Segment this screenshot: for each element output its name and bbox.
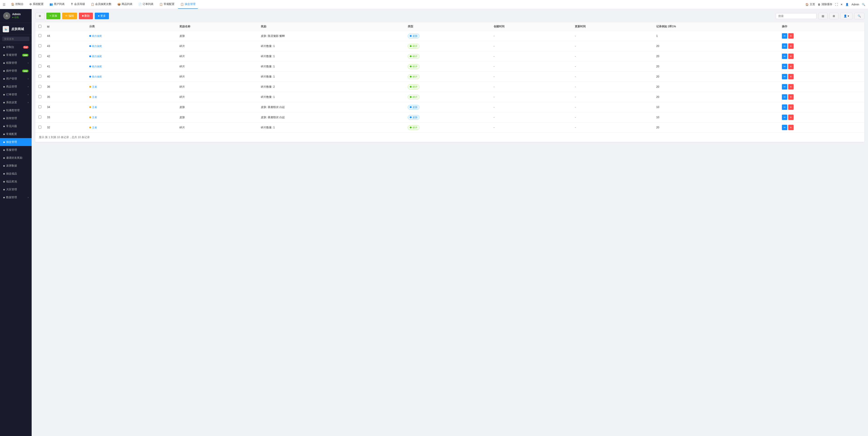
clear-cache-link[interactable]: 🗑 清除缓存 <box>818 2 832 6</box>
edit-row-button[interactable]: ✏ <box>782 125 787 130</box>
sidebar-item-system[interactable]: ■ 系统设置 › <box>0 98 32 106</box>
category-tag[interactable]: 助力抽奖 <box>89 75 102 79</box>
nav-item-member-lottery[interactable]: 📋 会员抽奖次数 <box>89 0 114 9</box>
category-tag[interactable]: 王者 <box>89 126 97 129</box>
edit-row-button[interactable]: ✏ <box>782 33 787 39</box>
sidebar-item-dashboard[interactable]: ■ 控制台 hot <box>0 43 32 51</box>
edit-row-button[interactable]: ✏ <box>782 43 787 49</box>
hot-badge: hot <box>23 46 29 49</box>
user-menu-button[interactable]: 👤 ▾ <box>840 13 852 19</box>
row-checkbox-7[interactable] <box>38 105 41 108</box>
sidebar-item-region[interactable]: ■ 大区管理 <box>0 186 32 193</box>
sidebar-item-region-label: 大区管理 <box>6 188 17 191</box>
category-tag[interactable]: 助力抽奖 <box>89 44 102 48</box>
nav-item-dashboard[interactable]: 🏠 控制台 <box>9 0 26 9</box>
menu-toggle-icon[interactable]: ☰ <box>3 3 6 6</box>
delete-row-button[interactable]: ✕ <box>788 54 794 59</box>
delete-row-button[interactable]: ✕ <box>788 33 794 39</box>
edit-row-button[interactable]: ✏ <box>782 115 787 120</box>
delete-row-button[interactable]: ✕ <box>788 115 794 120</box>
edit-row-button[interactable]: ✏ <box>782 54 787 59</box>
row-record: 1 <box>653 31 779 41</box>
data-table: Id 分类 奖励名称 奖励 类型 创建时间 更新时间 记录例如 1即1% 操作 <box>35 22 864 133</box>
delete-row-button[interactable]: ✕ <box>788 64 794 69</box>
nav-item-goods-list[interactable]: 📦 商品列表 <box>115 0 135 9</box>
nav-item-user-list-label: 用户列表 <box>54 2 65 6</box>
table-row: 44 助力抽奖 皮肤 皮肤: 陈灵魅影 貂蝉 皮肤 - - 1 ✏ ✕ <box>35 31 864 41</box>
row-checkbox-cell <box>35 92 44 102</box>
system-icon: ■ <box>3 101 5 104</box>
delete-row-button[interactable]: ✕ <box>788 74 794 79</box>
category-tag[interactable]: 助力抽奖 <box>89 34 102 38</box>
category-tag[interactable]: 助力抽奖 <box>89 65 102 68</box>
row-reward: 碎片数量: 1 <box>258 123 405 133</box>
row-checkbox-4[interactable] <box>38 75 41 78</box>
list-view-button[interactable]: ▤ <box>818 13 828 19</box>
sidebar-item-customer[interactable]: ■ 客服管理 <box>0 146 32 154</box>
category-tag[interactable]: 王者 <box>89 116 97 119</box>
sidebar-item-loot-prize[interactable]: ■ 抽盒福品 <box>0 170 32 178</box>
add-button[interactable]: + 添加 <box>46 13 60 19</box>
row-checkbox-9[interactable] <box>38 126 41 129</box>
row-checkbox-3[interactable] <box>38 65 41 68</box>
category-tag[interactable]: 助力抽奖 <box>89 55 102 58</box>
nav-item-user-list[interactable]: 👥 用户列表 <box>47 0 67 9</box>
delete-row-button[interactable]: ✕ <box>788 43 794 49</box>
sidebar-item-order[interactable]: ■ 订单管理 › <box>0 91 32 98</box>
fullscreen-icon[interactable]: ⛶ <box>835 3 838 6</box>
row-checkbox-5[interactable] <box>38 85 41 88</box>
search-icon-top[interactable]: 🔍 <box>862 3 865 6</box>
nav-item-system-config[interactable]: ⚙ 系统配置 <box>27 0 46 9</box>
category-tag[interactable]: 王者 <box>89 85 97 89</box>
nav-item-order-list[interactable]: 📄 订单列表 <box>136 0 156 9</box>
delete-row-button[interactable]: ✕ <box>788 125 794 130</box>
delete-row-button[interactable]: ✕ <box>788 84 794 90</box>
sidebar-item-general-mgmt[interactable]: ■ 常规管理 new <box>0 51 32 59</box>
search-button[interactable]: 🔍 <box>854 13 864 19</box>
edit-row-button[interactable]: ✏ <box>782 74 787 79</box>
sidebar-item-loot-box[interactable]: ■ 抽盒管理 <box>0 138 32 146</box>
category-tag[interactable]: 王者 <box>89 105 97 109</box>
delete-row-button[interactable]: ✕ <box>788 94 794 100</box>
row-checkbox-0[interactable] <box>38 34 41 37</box>
sidebar-item-prize-exchange[interactable]: ■ 福品奖池 <box>0 178 32 186</box>
more-button[interactable]: ● 更多 <box>95 13 109 19</box>
sidebar-item-faq[interactable]: ■ 常见问题 <box>0 122 32 130</box>
nav-item-member-level[interactable]: 🎖 会员等级 <box>68 0 87 9</box>
close-icon[interactable]: ✕ <box>840 3 843 6</box>
sidebar-item-invite[interactable]: ■ 邀请好友奖励 <box>0 154 32 162</box>
row-checkbox-6[interactable] <box>38 95 41 98</box>
sidebar-search-input[interactable] <box>2 37 29 41</box>
row-checkbox-8[interactable] <box>38 116 41 119</box>
sidebar-item-news[interactable]: ■ 新闻管理 <box>0 114 32 122</box>
edit-row-button[interactable]: ✏ <box>782 104 787 110</box>
edit-row-button[interactable]: ✏ <box>782 94 787 100</box>
nav-item-general-config[interactable]: 📋 常规配置 <box>157 0 177 9</box>
sidebar-item-player-data-label: 滚屏数据 <box>6 164 17 168</box>
edit-row-button[interactable]: ✏ <box>782 84 787 90</box>
type-badge: 碎片 <box>408 64 420 69</box>
select-all-checkbox[interactable] <box>38 25 41 28</box>
sidebar-item-permission[interactable]: ■ 权限管理 › <box>0 59 32 67</box>
sidebar-item-user[interactable]: ■ 用户管理 › <box>0 75 32 83</box>
type-dot <box>410 86 412 88</box>
row-checkbox-2[interactable] <box>38 55 41 57</box>
sidebar-item-general-config[interactable]: ■ 常规配置 <box>0 130 32 138</box>
row-checkbox-1[interactable] <box>38 44 41 47</box>
category-tag[interactable]: 王者 <box>89 95 97 99</box>
edit-row-button[interactable]: ✏ <box>782 64 787 69</box>
delete-button[interactable]: ■ 删除 <box>79 13 93 19</box>
type-dot <box>410 66 412 67</box>
home-link[interactable]: 🏠 主页 <box>805 2 815 6</box>
sidebar-item-carousel[interactable]: ■ 轮播图管理 <box>0 106 32 114</box>
sidebar-item-data-mgmt[interactable]: ■ 数据管理 › <box>0 193 32 201</box>
sidebar-item-goods[interactable]: ■ 商品管理 › <box>0 83 32 91</box>
sidebar-item-plugin[interactable]: ■ 插件管理 new <box>0 67 32 75</box>
delete-row-button[interactable]: ✕ <box>788 104 794 110</box>
grid-view-button[interactable]: ⊞ <box>829 13 838 19</box>
edit-button[interactable]: ✏ 编辑 <box>62 13 77 19</box>
settings-button[interactable]: ⚙ <box>35 13 44 19</box>
nav-item-loot-box[interactable]: 📋 抽盒管理 <box>178 0 198 9</box>
sidebar-item-player-data[interactable]: ■ 滚屏数据 <box>0 162 32 170</box>
search-input[interactable] <box>776 13 816 19</box>
